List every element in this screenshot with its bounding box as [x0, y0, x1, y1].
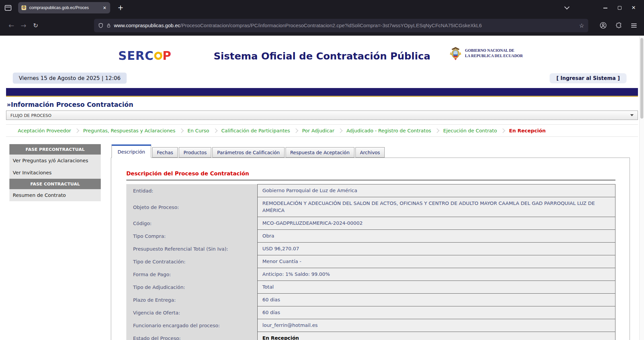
- site-title: Sistema Oficial de Contratación Pública: [0, 50, 644, 62]
- table-row: Código:MCO-GADPRLUZDEAMERICA-2024-00002: [126, 217, 615, 230]
- browser-window: compraspublicas.gob.ec/Proces ✕ + ✕ ← → …: [0, 0, 644, 340]
- reload-icon[interactable]: ↻: [30, 22, 42, 29]
- government-logo-line1: GOBIERNO NACIONAL DE: [465, 48, 523, 53]
- forward-icon[interactable]: →: [17, 22, 30, 30]
- process-detail-table: Entidad:Gobierno Parroquial de Luz de Am…: [126, 184, 615, 340]
- sidebar: FASE PRECONTRACTUAL Ver Preguntas y/ó Ac…: [9, 144, 101, 201]
- row-label: Forma de Pago:: [126, 268, 257, 281]
- tab-archivos[interactable]: Archivos: [355, 147, 385, 158]
- sidebar-item-resumen-contrato[interactable]: Resumen de Contrato: [9, 189, 101, 201]
- page-scrollbar[interactable]: [639, 36, 644, 340]
- date-login-row: Viernes 15 de Agosto de 2025 | 12:06 [ I…: [0, 71, 644, 84]
- detail-tabs: Descripción Fechas Productos Parámetros …: [111, 144, 630, 158]
- browser-tab-bar: compraspublicas.gob.ec/Proces ✕ + ✕: [0, 0, 644, 15]
- description-panel: Descripción del Proceso de Contratación …: [111, 158, 630, 340]
- window-close-button[interactable]: ✕: [627, 5, 641, 11]
- extensions-icon[interactable]: [616, 22, 622, 29]
- row-label: Funcionario encargado del proceso:: [126, 319, 257, 332]
- table-row: Vigencia de Oferta:60 días: [126, 306, 615, 319]
- row-value: 60 días: [257, 306, 615, 319]
- url-bar[interactable]: www.compraspublicas.gob.ec/ProcesoContra…: [94, 19, 588, 32]
- firefox-view-icon[interactable]: [5, 5, 11, 11]
- tab-productos[interactable]: Productos: [179, 147, 211, 158]
- row-value-status: En Recepción: [257, 332, 615, 340]
- content-body: FASE PRECONTRACTUAL Ver Preguntas y/ó Ac…: [0, 144, 644, 340]
- scrollbar-thumb[interactable]: [640, 38, 643, 119]
- table-row: Entidad:Gobierno Parroquial de Luz de Am…: [126, 184, 615, 197]
- window-minimize-button[interactable]: [598, 5, 612, 11]
- description-section-title: Descripción del Proceso de Contratación: [126, 170, 615, 180]
- main-content: Descripción Fechas Productos Parámetros …: [111, 144, 630, 340]
- select-dropdown-arrow-icon: [630, 114, 634, 116]
- sidebar-item-ver-preguntas[interactable]: Ver Preguntas y/ó Aclaraciones: [9, 155, 101, 167]
- step-en-recepcion-current: En Recepción: [505, 128, 550, 133]
- tab-close-icon[interactable]: ✕: [102, 5, 107, 10]
- table-row: Estado del Proceso:En Recepción: [126, 332, 615, 340]
- navy-divider-bar: [6, 88, 638, 97]
- new-tab-button[interactable]: +: [116, 4, 126, 12]
- row-label: Estado del Proceso:: [126, 332, 257, 340]
- row-value: MCO-GADPRLUZDEAMERICA-2024-00002: [257, 217, 615, 230]
- row-value: Menor Cuantía -: [257, 255, 615, 268]
- table-row: Tipo Compra:Obra: [126, 230, 615, 243]
- tracking-shield-icon[interactable]: [98, 23, 103, 29]
- row-value: 60 dias: [257, 294, 615, 306]
- row-value: Total: [257, 281, 615, 294]
- bookmark-star-icon[interactable]: ☆: [579, 22, 584, 29]
- row-label: Código:: [126, 217, 257, 230]
- menu-hamburger-icon[interactable]: [631, 23, 637, 29]
- row-label: Vigencia de Oferta:: [126, 306, 257, 319]
- government-logo-text: GOBIERNO NACIONAL DE LA REPUBLICA DEL EC…: [465, 48, 523, 58]
- step-ejecucion-contrato[interactable]: Ejecución de Contrato: [439, 128, 501, 133]
- sidebar-header-precontractual: FASE PRECONTRACTUAL: [9, 144, 101, 155]
- government-logo-line2: LA REPUBLICA DEL ECUADOR: [465, 53, 523, 59]
- table-row: Presupuesto Referencial Total (Sin Iva):…: [126, 243, 615, 255]
- row-label: Tipo de Contratación:: [126, 255, 257, 268]
- table-row: Plazo de Entrega:60 dias: [126, 294, 615, 306]
- step-aceptacion-proveedor[interactable]: Aceptación Proveedor: [13, 128, 75, 133]
- step-en-curso[interactable]: En Curso: [183, 128, 214, 133]
- table-row: Funcionario encargado del proceso:lour_f…: [126, 319, 615, 332]
- tab-title: compraspublicas.gob.ec/Proces: [29, 5, 99, 10]
- row-value: Anticipo: 1% Saldo: 99.00%: [257, 268, 615, 281]
- row-label: Plazo de Entrega:: [126, 294, 257, 306]
- list-all-tabs-icon[interactable]: [564, 4, 570, 10]
- sidebar-item-ver-invitaciones[interactable]: Ver Invitaciones: [9, 167, 101, 179]
- step-preguntas-respuestas[interactable]: Preguntas, Respuestas y Aclaraciones: [79, 128, 180, 133]
- browser-nav-bar: ← → ↻ www.compraspublicas.gob.ec/Proceso…: [0, 15, 644, 36]
- step-calificacion-participantes[interactable]: Calificación de Participantes: [217, 128, 295, 133]
- table-row: Objeto de Proceso:REMODELACIÓN Y ADECUAC…: [126, 197, 615, 217]
- row-label: Entidad:: [126, 184, 257, 197]
- tab-fechas[interactable]: Fechas: [152, 147, 178, 158]
- step-adjudicado-registro[interactable]: Adjudicado - Registro de Contratos: [342, 128, 435, 133]
- row-label: Tipo Compra:: [126, 230, 257, 243]
- site-favicon-icon: [21, 5, 27, 10]
- tab-parametros-calificacion[interactable]: Parámetros de Calificación: [212, 147, 284, 158]
- login-button[interactable]: [ Ingresar al Sistema ]: [550, 73, 627, 83]
- row-label: Objeto de Proceso:: [126, 197, 257, 217]
- process-steps-breadcrumb: Aceptación Proveedor Preguntas, Respuest…: [6, 124, 638, 137]
- process-flow-select[interactable]: FLUJO DE PROCESO: [6, 111, 638, 120]
- tab-descripcion[interactable]: Descripción: [112, 144, 151, 158]
- row-value: REMODELACIÓN Y ADECUACIÓN DEL SALON DE A…: [257, 197, 615, 217]
- page-title: »Información Proceso Contratación: [7, 101, 637, 108]
- row-label: Tipo de Adjudicación:: [126, 281, 257, 294]
- browser-tab[interactable]: compraspublicas.gob.ec/Proces ✕: [18, 2, 110, 13]
- account-icon[interactable]: [600, 22, 607, 29]
- window-maximize-button[interactable]: [612, 5, 627, 11]
- tab-respuesta-aceptacion[interactable]: Respuesta de Aceptación: [286, 147, 354, 158]
- table-row: Forma de Pago:Anticipo: 1% Saldo: 99.00%: [126, 268, 615, 281]
- government-logo: GOBIERNO NACIONAL DE LA REPUBLICA DEL EC…: [449, 46, 523, 61]
- url-path: /ProcesoContratacion/compras/PC/informac…: [180, 23, 482, 28]
- row-label: Presupuesto Referencial Total (Sin Iva):: [126, 243, 257, 255]
- url-text: www.compraspublicas.gob.ec/ProcesoContra…: [114, 23, 576, 28]
- back-icon[interactable]: ←: [5, 22, 17, 30]
- ecuador-coat-of-arms-icon: [449, 46, 462, 61]
- current-date-time: Viernes 15 de Agosto de 2025 | 12:06: [13, 73, 127, 84]
- process-flow-select-label: FLUJO DE PROCESO: [10, 113, 51, 118]
- nav-right-cluster: [600, 22, 637, 29]
- url-host: www.compraspublicas.gob.ec: [114, 23, 180, 28]
- lock-icon[interactable]: [106, 23, 111, 28]
- step-por-adjudicar[interactable]: Por Adjudicar: [298, 128, 339, 133]
- row-value: Gobierno Parroquial de Luz de América: [257, 184, 615, 197]
